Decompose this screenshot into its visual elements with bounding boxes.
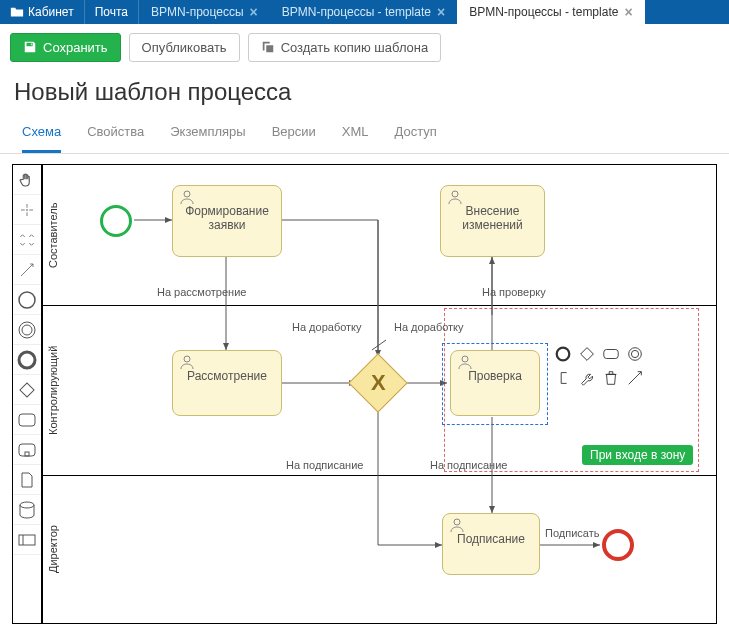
ctx-trash-icon[interactable] bbox=[602, 369, 620, 387]
user-icon bbox=[179, 354, 195, 370]
hint-badge: При входе в зону bbox=[582, 445, 693, 465]
user-icon bbox=[447, 189, 463, 205]
close-icon[interactable]: × bbox=[250, 5, 258, 19]
tool-lasso[interactable] bbox=[13, 195, 41, 225]
svg-point-2 bbox=[22, 325, 32, 335]
close-icon[interactable]: × bbox=[437, 5, 445, 19]
tab-access[interactable]: Доступ bbox=[395, 124, 437, 153]
close-icon[interactable]: × bbox=[624, 5, 632, 19]
page-title: Новый шаблон процесса bbox=[0, 70, 729, 124]
tool-space[interactable] bbox=[13, 225, 41, 255]
doc-tab-label: BPMN-процессы bbox=[151, 5, 244, 19]
gateway-mark: X bbox=[371, 370, 386, 396]
ctx-gateway-icon[interactable] bbox=[578, 345, 596, 363]
task-sign[interactable]: Подписание bbox=[442, 513, 540, 575]
svg-rect-4 bbox=[20, 382, 34, 396]
bpmn-canvas[interactable]: Составитель Контролирующий Директор bbox=[42, 164, 717, 624]
svg-rect-17 bbox=[581, 348, 594, 361]
tab-xml[interactable]: XML bbox=[342, 124, 369, 153]
copy-label: Создать копию шаблона bbox=[281, 40, 429, 55]
tab-properties[interactable]: Свойства bbox=[87, 124, 144, 153]
task-label: Внесение изменений bbox=[462, 204, 522, 232]
save-icon bbox=[23, 40, 37, 54]
svg-point-13 bbox=[184, 356, 190, 362]
flow-label: На рассмотрение bbox=[157, 286, 246, 298]
svg-point-19 bbox=[629, 348, 642, 361]
flow-label: На доработку bbox=[394, 321, 464, 333]
ctx-end-event-icon[interactable] bbox=[554, 345, 572, 363]
ctx-wrench-icon[interactable] bbox=[578, 369, 596, 387]
svg-rect-7 bbox=[25, 452, 29, 456]
publish-button[interactable]: Опубликовать bbox=[129, 33, 240, 62]
tool-pool[interactable] bbox=[13, 525, 41, 555]
ctx-intermediate-icon[interactable] bbox=[626, 345, 644, 363]
folder-icon bbox=[10, 5, 24, 19]
doc-tab-0[interactable]: BPMN-процессы × bbox=[139, 0, 270, 24]
doc-tab-1[interactable]: BPMN-процессы - template × bbox=[270, 0, 457, 24]
lane-sep-1 bbox=[42, 305, 716, 306]
doc-tab-label: BPMN-процессы - template bbox=[282, 5, 431, 19]
flow-label: На подписание bbox=[430, 459, 507, 471]
svg-point-8 bbox=[20, 502, 34, 508]
task-label: Подписание bbox=[457, 532, 525, 546]
task-label: Рассмотрение bbox=[187, 369, 267, 383]
palette-spacer bbox=[13, 555, 41, 623]
doc-tab-label: BPMN-процессы - template bbox=[469, 5, 618, 19]
tab-instances[interactable]: Экземпляры bbox=[170, 124, 245, 153]
tool-start-event[interactable] bbox=[13, 285, 41, 315]
ctx-connect-icon[interactable] bbox=[626, 369, 644, 387]
task-label: Формирование заявки bbox=[185, 204, 269, 232]
tool-connect[interactable] bbox=[13, 255, 41, 285]
ctx-annotation-icon[interactable] bbox=[554, 369, 572, 387]
flow-label: На доработку bbox=[292, 321, 362, 333]
copy-template-button[interactable]: Создать копию шаблона bbox=[248, 33, 442, 62]
task-make-changes[interactable]: Внесение изменений bbox=[440, 185, 545, 257]
svg-point-20 bbox=[631, 350, 638, 357]
tool-gateway[interactable] bbox=[13, 375, 41, 405]
svg-point-11 bbox=[184, 191, 190, 197]
end-event[interactable] bbox=[602, 529, 634, 561]
lane-label-2: Директор bbox=[42, 475, 62, 623]
ctx-task-icon[interactable] bbox=[602, 345, 620, 363]
svg-point-12 bbox=[452, 191, 458, 197]
nav-cabinet[interactable]: Кабинет bbox=[0, 0, 85, 24]
nav-cabinet-label: Кабинет bbox=[28, 5, 74, 19]
copy-icon bbox=[261, 40, 275, 54]
tool-task[interactable] bbox=[13, 405, 41, 435]
tool-intermediate-event[interactable] bbox=[13, 315, 41, 345]
flow-label: На проверку bbox=[482, 286, 546, 298]
flow-label: Подписать bbox=[545, 527, 599, 539]
exclusive-gateway[interactable]: X bbox=[348, 353, 407, 412]
tool-hand[interactable] bbox=[13, 165, 41, 195]
tool-subprocess[interactable] bbox=[13, 435, 41, 465]
svg-rect-9 bbox=[19, 535, 35, 545]
tab-schema[interactable]: Схема bbox=[22, 124, 61, 153]
doc-tab-2[interactable]: BPMN-процессы - template × bbox=[457, 0, 644, 24]
svg-point-1 bbox=[19, 322, 35, 338]
tab-versions[interactable]: Версии bbox=[272, 124, 316, 153]
flow-label: На подписание bbox=[286, 459, 363, 471]
lane-label-0: Составитель bbox=[42, 165, 62, 305]
svg-rect-5 bbox=[19, 414, 35, 426]
svg-rect-18 bbox=[604, 350, 618, 359]
save-label: Сохранить bbox=[43, 40, 108, 55]
task-review[interactable]: Рассмотрение bbox=[172, 350, 282, 416]
svg-point-15 bbox=[454, 519, 460, 525]
selection-outline bbox=[442, 343, 548, 425]
context-pad bbox=[554, 345, 662, 387]
tool-data-object[interactable] bbox=[13, 465, 41, 495]
task-form-request[interactable]: Формирование заявки bbox=[172, 185, 282, 257]
tool-data-store[interactable] bbox=[13, 495, 41, 525]
tool-end-event[interactable] bbox=[13, 345, 41, 375]
tool-palette bbox=[12, 164, 42, 624]
svg-point-16 bbox=[557, 348, 570, 361]
nav-mail[interactable]: Почта bbox=[85, 0, 139, 24]
lane-label-1: Контролирующий bbox=[42, 305, 62, 475]
save-button[interactable]: Сохранить bbox=[10, 33, 121, 62]
svg-rect-6 bbox=[19, 444, 35, 456]
user-icon bbox=[449, 517, 465, 533]
lane-sep-2 bbox=[42, 475, 716, 476]
svg-point-3 bbox=[19, 352, 35, 368]
svg-point-0 bbox=[19, 292, 35, 308]
start-event[interactable] bbox=[100, 205, 132, 237]
